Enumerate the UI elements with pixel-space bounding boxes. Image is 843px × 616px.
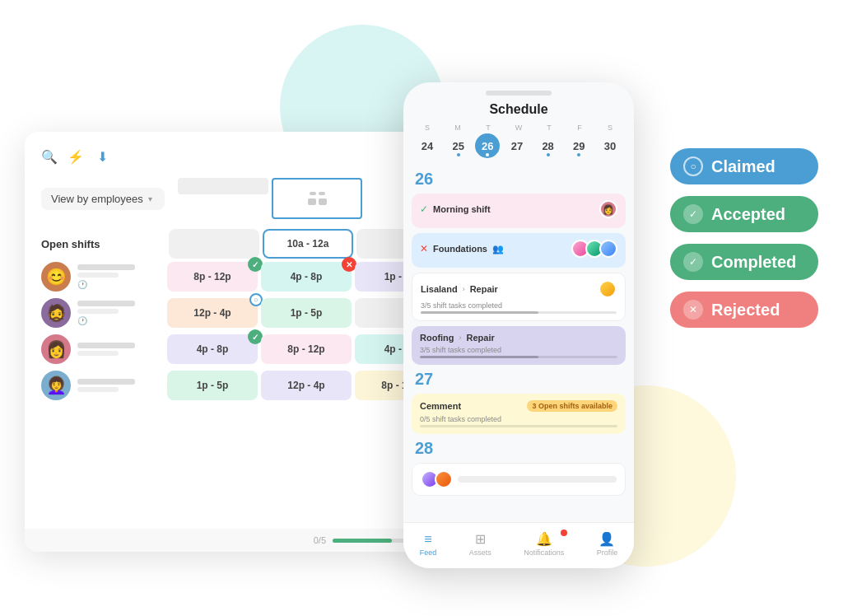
- dot-25: [457, 153, 460, 156]
- open-shift-time: 10a - 12a: [287, 238, 329, 250]
- nav-profile[interactable]: 👤 Profile: [597, 531, 618, 557]
- day-30[interactable]: 30: [596, 133, 624, 158]
- claimed-badge[interactable]: ○ Claimed: [670, 148, 818, 184]
- shift-time-3-2: 8p - 12p: [287, 343, 324, 355]
- employee-info-2: 🧔 🕐: [41, 298, 161, 328]
- sort-icon[interactable]: ⬇: [94, 148, 110, 165]
- avatar-2: 🧔: [41, 298, 71, 328]
- search-icon[interactable]: 🔍: [41, 148, 58, 165]
- completed-badge[interactable]: ✓ Completed: [670, 244, 818, 280]
- group-icon: 👥: [492, 244, 504, 254]
- employee-info-4: 👩‍🦱: [41, 371, 161, 400]
- day-label-s2: S: [596, 124, 624, 132]
- foundations-card[interactable]: ✕ Foundations 👥: [412, 233, 626, 268]
- date-28-card[interactable]: [412, 463, 626, 496]
- day-label-t1: T: [474, 124, 502, 132]
- shift-time-4-1: 1p - 5p: [197, 380, 229, 391]
- shift-cell-3-1[interactable]: 4p - 8p ✓: [167, 334, 258, 364]
- completed-label: Completed: [711, 253, 796, 272]
- morning-shift-card[interactable]: ✓ Morning shift 👩: [412, 194, 626, 228]
- lisaland-progress-text: 3/5 shift tasks completed: [421, 301, 617, 310]
- cemment-progress-bar: [420, 425, 617, 427]
- lisaland-progress-bar: [421, 311, 617, 314]
- nav-notifications[interactable]: 🔔 Notifications: [524, 531, 564, 557]
- cemment-progress-text: 0/5 shift tasks completed: [420, 415, 617, 423]
- nav-feed[interactable]: ≡ Feed: [420, 532, 437, 557]
- open-shift-time-cell[interactable]: 10a - 12a: [263, 229, 353, 259]
- progress-label: 0/5: [314, 535, 326, 545]
- rejected-icon: ✕: [683, 300, 703, 320]
- profile-label: Profile: [597, 548, 618, 557]
- date-label-27: 27: [415, 370, 626, 389]
- employee-row-3: 👩 4p - 8p ✓ 8p - 12p 4p - 8p: [41, 334, 428, 364]
- lisaland-repair-card[interactable]: Lisaland › Repair 3/5 shift tasks comple…: [412, 273, 626, 321]
- avatar-4: 👩‍🦱: [41, 371, 71, 400]
- day-26-active[interactable]: 26: [475, 133, 500, 158]
- open-shifts-row: Open shifts 10a - 12a: [41, 229, 428, 259]
- day-25[interactable]: 25: [445, 133, 473, 158]
- dot-29: [577, 153, 580, 156]
- day-label-w: W: [505, 124, 533, 132]
- day-labels: S M T W T F S: [413, 124, 624, 132]
- open-shifts-label: Open shifts: [41, 238, 169, 250]
- day-27[interactable]: 27: [503, 133, 531, 158]
- d28-avatar-2: [435, 470, 453, 488]
- shift-time-1-2: 4p - 8p: [291, 271, 323, 282]
- day-label-t2: T: [535, 124, 563, 132]
- nav-assets[interactable]: ⊞ Assets: [469, 531, 491, 557]
- x-icon-foundations: ✕: [420, 243, 428, 254]
- desktop-schedule-panel: 🔍 ⚡ ⬇ View by employees ▾ Open shifts 10…: [25, 132, 445, 552]
- shift-cell-2-1[interactable]: 12p - 4p ○: [167, 298, 258, 328]
- dot-28: [547, 153, 550, 156]
- notifications-label: Notifications: [524, 548, 564, 557]
- day-28[interactable]: 28: [534, 133, 562, 158]
- assets-icon: ⊞: [475, 531, 486, 547]
- view-selector-label: View by employees: [51, 193, 143, 205]
- desktop-top-row: View by employees ▾: [41, 178, 428, 219]
- schedule-content: 26 ✓ Morning shift 👩 ✕ Foundatio: [403, 165, 634, 544]
- profile-icon: 👤: [598, 531, 615, 547]
- day-24[interactable]: 24: [413, 133, 441, 158]
- accepted-badge[interactable]: ✓ Accepted: [670, 196, 818, 232]
- shift-cell-2-2[interactable]: 1p - 5p: [261, 298, 352, 328]
- chevron-down-icon: ▾: [148, 194, 152, 203]
- shift-cell-4-1[interactable]: 1p - 5p: [167, 371, 258, 400]
- shift-cell-3-2[interactable]: 8p - 12p: [261, 334, 352, 364]
- empty-cell: [169, 229, 259, 259]
- shift-cell-1-2[interactable]: 4p - 8p ✕: [261, 262, 352, 292]
- mobile-bottom-nav: ≡ Feed ⊞ Assets 🔔 Notifications 👤 Profil…: [403, 522, 634, 568]
- repair-label-2: Repair: [467, 333, 495, 343]
- d28-placeholder-bar: [458, 476, 617, 483]
- check-icon: ✓: [420, 203, 428, 215]
- feed-label: Feed: [420, 548, 437, 557]
- completed-icon: ✓: [683, 252, 703, 272]
- card-avatars-lisaland: [598, 280, 617, 298]
- open-shifts-badge: 3 Open shifts available: [527, 400, 617, 412]
- mobile-title: Schedule: [403, 100, 634, 124]
- view-selector[interactable]: View by employees ▾: [41, 188, 165, 210]
- accepted-icon: ✓: [683, 204, 703, 224]
- shift-cell-4-2[interactable]: 12p - 4p: [261, 371, 352, 400]
- calendar-strip: S M T W T F S 24 25 26 27 28: [403, 124, 634, 165]
- day-label-m: M: [444, 124, 472, 132]
- filter-icon[interactable]: ⚡: [68, 148, 84, 165]
- card-avatars-morning: 👩: [599, 200, 617, 218]
- roofing-progress-fill: [420, 356, 538, 358]
- employee-row-2: 🧔 🕐 12p - 4p ○ 1p - 5p +: [41, 298, 428, 328]
- chevron-right-icon: ›: [463, 285, 465, 293]
- shift-time-1-1: 8p - 12p: [193, 271, 231, 282]
- shift-cell-1-1[interactable]: 8p - 12p ✓: [167, 262, 258, 292]
- roofing-repair-card[interactable]: Roofing › Repair 3/5 shift tasks complet…: [412, 326, 626, 365]
- cemment-card[interactable]: Cemment 3 Open shifts available 0/5 shif…: [412, 394, 626, 434]
- chevron-right-icon-2: ›: [459, 334, 462, 342]
- status-badges-panel: ○ Claimed ✓ Accepted ✓ Completed ✕ Rejec…: [670, 148, 818, 328]
- claimed-icon: ○: [683, 156, 703, 176]
- rejected-badge[interactable]: ✕ Rejected: [670, 292, 818, 328]
- foundations-title: Foundations: [433, 244, 487, 254]
- mobile-notch: [486, 91, 552, 96]
- roofing-title: Roofing: [420, 333, 454, 343]
- cemment-title: Cemment: [420, 401, 461, 411]
- day-29[interactable]: 29: [565, 133, 593, 158]
- selected-column-header: [272, 178, 362, 219]
- date-label-28: 28: [415, 439, 626, 458]
